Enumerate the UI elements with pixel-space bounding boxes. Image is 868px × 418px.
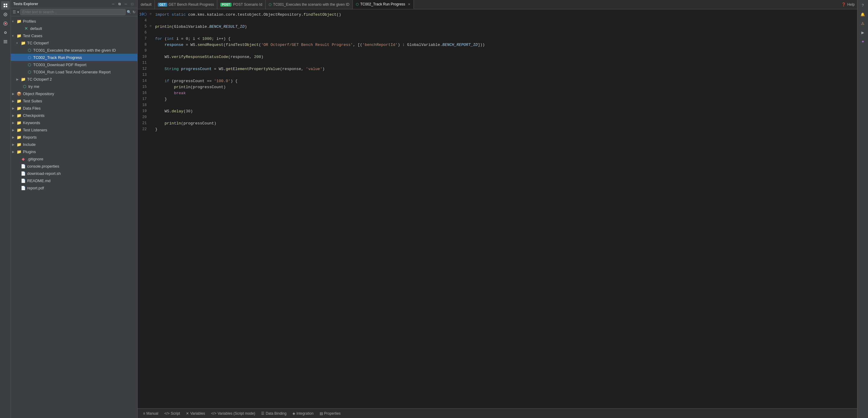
tree-item-object-repo[interactable]: ▶ 📦 Object Repository bbox=[11, 90, 137, 97]
tree-item-download-report[interactable]: 📄 download-report.sh bbox=[11, 170, 137, 177]
menu-icon[interactable]: ☰ bbox=[13, 10, 16, 14]
line-content-7: for (int i = 0; i < 1000; i++) { bbox=[154, 36, 857, 42]
tree-item-gitignore[interactable]: ◆ .gitignore bbox=[11, 155, 137, 162]
default-profile-icon: ✕ bbox=[24, 26, 29, 31]
dropdown-icon[interactable]: ▾ bbox=[17, 10, 19, 14]
tree-item-profiles[interactable]: ▾ 📁 Profiles bbox=[11, 18, 137, 25]
label-include: Include bbox=[23, 142, 136, 147]
tree-item-data-files[interactable]: ▶ 📁 Data Files bbox=[11, 104, 137, 112]
tree-item-test-listeners[interactable]: ▶ 📁 Test Listeners bbox=[11, 126, 137, 133]
maximize-icon[interactable]: □ bbox=[129, 1, 135, 7]
tree-item-test-cases[interactable]: ▾ 📁 Test Cases bbox=[11, 32, 137, 39]
minimize-icon[interactable]: ─ bbox=[111, 1, 116, 7]
restore-icon[interactable]: ─ bbox=[123, 1, 129, 7]
bottom-tab-variables-script[interactable]: </> Variables (Script mode) bbox=[208, 410, 258, 417]
bottom-tab-script[interactable]: </> Script bbox=[161, 410, 183, 417]
tree-item-tc-octoperf2[interactable]: ▶ 📁 TC Octoperf 2 bbox=[11, 76, 137, 83]
tree-item-console-props[interactable]: 📄 console.properties bbox=[11, 162, 137, 170]
arrow-object-repo: ▶ bbox=[12, 92, 16, 95]
code-line-16: 16 break bbox=[137, 90, 857, 96]
code-line-7: 7 for (int i = 0; i < 1000; i++) { bbox=[137, 36, 857, 42]
tree-item-default[interactable]: ✕ default bbox=[11, 25, 137, 32]
tile-icon[interactable]: ⧉ bbox=[117, 1, 122, 7]
record-icon[interactable] bbox=[1, 19, 10, 28]
groovy-icon-tc001: ⬡ bbox=[27, 48, 32, 53]
line-number-18: 18 bbox=[137, 102, 150, 108]
help-label: Help bbox=[847, 2, 855, 7]
explorer-tree: ▾ 📁 Profiles ✕ default ▾ 📁 Test Cases ▾ … bbox=[11, 16, 137, 418]
tree-item-plugins[interactable]: ▶ 📁 Plugins bbox=[11, 148, 137, 155]
code-line-20: 20 bbox=[137, 115, 857, 120]
tree-item-try-me[interactable]: ⬡ try me bbox=[11, 83, 137, 90]
bottom-tab-properties[interactable]: ▤ Properties bbox=[317, 410, 344, 417]
tree-item-tc003[interactable]: ⬡ TC003_Download PDF Report bbox=[11, 61, 137, 68]
spy-icon[interactable] bbox=[1, 10, 10, 19]
line-content-5: println(GlobalVariable.BENCH_RESULT_ID) bbox=[154, 24, 857, 30]
get-badge: GET bbox=[158, 3, 167, 7]
folder-icon-profiles: 📁 bbox=[16, 19, 22, 24]
search-input[interactable] bbox=[20, 9, 126, 15]
list-icon[interactable] bbox=[1, 37, 10, 46]
variables-script-label: Variables (Script mode) bbox=[218, 411, 255, 416]
arrow-checkpoints: ▶ bbox=[12, 114, 16, 117]
groovy-icon-tc004: ⬡ bbox=[27, 69, 32, 74]
arrow-test-listeners: ▶ bbox=[12, 128, 16, 132]
fold-10[interactable]: ⊖ bbox=[150, 12, 154, 16]
tree-item-tc002[interactable]: ⬡ TC002_Track Run Progress bbox=[11, 54, 137, 61]
right-console-icon[interactable]: ▶ bbox=[859, 28, 867, 37]
tree-item-readme[interactable]: 📄 README.md bbox=[11, 177, 137, 184]
tree-item-test-suites[interactable]: ▶ 📁 Test Suites bbox=[11, 97, 137, 104]
integration-label: Integration bbox=[297, 411, 314, 416]
tree-item-checkpoints[interactable]: ▶ 📁 Checkpoints bbox=[11, 112, 137, 119]
tab-tc002-close[interactable]: ✕ bbox=[408, 2, 410, 6]
line-content-10b: WS.verifyResponseStatusCode(response, 20… bbox=[154, 54, 857, 60]
file-icon-readme: 📄 bbox=[21, 178, 26, 183]
right-notifications-icon[interactable]: 🔔 bbox=[859, 10, 867, 19]
code-editor[interactable]: 10⬡ ⊖ import static com.kms.katalon.core… bbox=[137, 9, 857, 408]
explorer-header-icons: ─ ⧉ ─ □ bbox=[111, 1, 135, 7]
tab-tc001[interactable]: ⬡ TC001_Executes the scenario with the g… bbox=[266, 0, 353, 9]
tab-spacer bbox=[414, 0, 839, 9]
bottom-tab-variables[interactable]: ✕ Variables bbox=[183, 410, 208, 417]
tree-item-keywords[interactable]: ▶ 📁 Keywords bbox=[11, 119, 137, 126]
line-content-16: break bbox=[154, 90, 857, 96]
left-activity-bar bbox=[0, 0, 11, 418]
bottom-tab-integration[interactable]: ◈ Integration bbox=[289, 410, 317, 417]
folder-icon-plugins: 📁 bbox=[16, 149, 22, 154]
tree-item-tc-octoperf[interactable]: ▾ 📁 TC Octoperf bbox=[11, 39, 137, 47]
tree-item-tc004[interactable]: ⬡ TC004_Run Load Test And Generate Repor… bbox=[11, 68, 137, 76]
help-button[interactable]: ❓ Help bbox=[839, 0, 857, 9]
tab-get-bench[interactable]: GET GET Bench Result Progress bbox=[155, 0, 217, 9]
settings-icon[interactable] bbox=[1, 28, 10, 37]
tab-tc002[interactable]: ⬡ TC002_Track Run Progress ✕ bbox=[353, 0, 414, 9]
line-number-4: 4 bbox=[137, 18, 150, 23]
fold-5[interactable]: ⊖ bbox=[150, 24, 154, 28]
arrow-reports: ▶ bbox=[12, 136, 16, 139]
label-reports: Reports bbox=[23, 135, 136, 140]
data-binding-label: Data Binding bbox=[266, 411, 286, 416]
line-number-9: 9 bbox=[137, 48, 150, 54]
code-line-18: 18 bbox=[137, 102, 857, 109]
right-warning-icon[interactable]: ⚠ bbox=[859, 19, 867, 28]
bottom-tab-data-binding[interactable]: ☰ Data Binding bbox=[258, 410, 289, 417]
search-icon[interactable]: 🔍 bbox=[127, 10, 131, 14]
right-katapilot-icon[interactable]: ✦ bbox=[859, 37, 867, 46]
label-report-pdf: report.pdf bbox=[27, 186, 136, 190]
variables-script-icon: </> bbox=[211, 411, 216, 416]
tree-item-include[interactable]: ▶ 📁 Include bbox=[11, 141, 137, 148]
tree-item-tc001[interactable]: ⬡ TC001_Executes the scenario with the g… bbox=[11, 47, 137, 54]
bottom-tab-manual[interactable]: ≡ Manual bbox=[140, 410, 161, 417]
svg-rect-8 bbox=[4, 40, 7, 41]
svg-point-5 bbox=[5, 14, 6, 15]
tab-post-scenario[interactable]: POST POST Scenario Id bbox=[217, 0, 266, 9]
tree-item-reports[interactable]: ▶ 📁 Reports bbox=[11, 133, 137, 141]
line-number-10: 10⬡ bbox=[137, 12, 150, 17]
label-plugins: Plugins bbox=[23, 149, 136, 154]
folder-icon-test-listeners: 📁 bbox=[16, 127, 22, 132]
right-help-icon[interactable]: ? bbox=[859, 1, 867, 10]
tab-default[interactable]: default bbox=[137, 0, 155, 9]
tab-post-scenario-label: POST Scenario Id bbox=[233, 2, 262, 7]
refresh-icon[interactable]: ↻ bbox=[132, 10, 135, 14]
explorer-icon[interactable] bbox=[1, 1, 10, 10]
tree-item-report-pdf[interactable]: 📄 report.pdf bbox=[11, 184, 137, 191]
